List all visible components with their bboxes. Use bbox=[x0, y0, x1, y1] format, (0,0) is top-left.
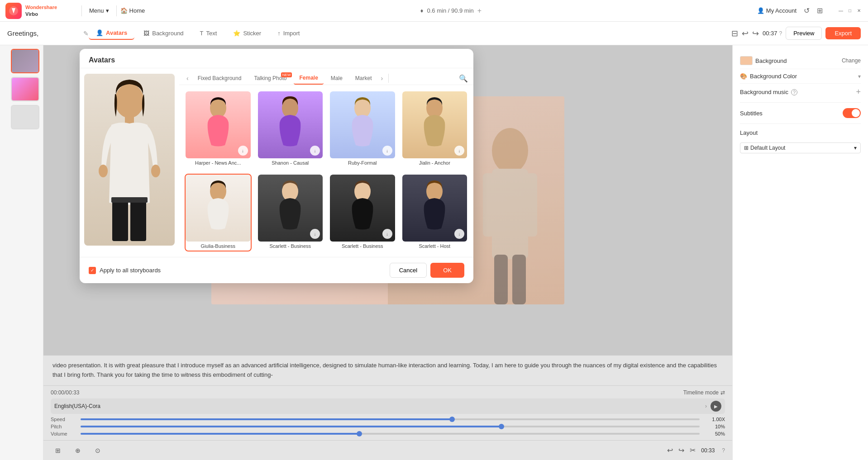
time-display: 00:37 bbox=[763, 30, 777, 37]
download-icon-shanon[interactable]: ↓ bbox=[310, 146, 320, 156]
storyboard-item-3[interactable] bbox=[11, 105, 39, 129]
grid-section: ‹ Fixed Background Talking Photo NEW Fem… bbox=[179, 68, 473, 257]
layout-select[interactable]: ⊞ Default Layout ▾ bbox=[740, 142, 861, 153]
avatar-thumb-jialin: ↓ bbox=[402, 91, 467, 158]
layout-row: Layout bbox=[740, 126, 861, 140]
main-layout: 1 2 3 bbox=[0, 45, 868, 460]
cancel-button[interactable]: Cancel bbox=[390, 263, 427, 278]
svg-point-10 bbox=[151, 165, 160, 177]
tab-import[interactable]: ↑ Import bbox=[270, 27, 307, 39]
tab-sticker[interactable]: ⭐ Sticker bbox=[226, 27, 268, 39]
undo-button[interactable]: ↩ bbox=[742, 28, 749, 38]
tab-male[interactable]: Male bbox=[325, 72, 348, 84]
timer-display: 0.6 min / 90.9 min bbox=[427, 7, 473, 14]
download-icon-harper[interactable]: ↓ bbox=[238, 146, 248, 156]
nav-tabs: 👤 Avatars 🖼 Background T Text ⭐ Sticker … bbox=[89, 27, 307, 40]
avatar-card-ruby[interactable]: ↓ Ruby-Formal bbox=[329, 90, 396, 168]
export-button[interactable]: Export bbox=[825, 27, 861, 39]
apply-all-checkbox[interactable]: ✓ Apply to all storyboards bbox=[89, 267, 161, 274]
home-button[interactable]: 🏠 Home bbox=[120, 7, 145, 14]
layout-expand-icon: ▾ bbox=[854, 145, 857, 151]
minimize-button[interactable]: — bbox=[837, 7, 844, 14]
download-icon-scarlett1[interactable]: ↓ bbox=[310, 229, 320, 239]
logo-area: Wondershare Virbo bbox=[5, 3, 78, 19]
avatar-name-harper: Harper - News Anc... bbox=[195, 158, 241, 167]
tab-next-button[interactable]: › bbox=[379, 73, 385, 84]
help-icon: ? bbox=[779, 30, 782, 37]
avatar-card-scarlett1[interactable]: ↓ Scarlett - Business bbox=[257, 174, 324, 251]
avatar-card-harper[interactable]: ↓ Harper - News Anc... bbox=[185, 90, 252, 168]
left-sidebar: 1 2 3 bbox=[0, 45, 43, 460]
modal-title: Avatars bbox=[89, 56, 115, 64]
tab-fixed-background[interactable]: Fixed Background bbox=[192, 72, 247, 84]
download-icon-scarlett3[interactable]: ↓ bbox=[454, 229, 464, 239]
close-button[interactable]: ✕ bbox=[855, 7, 863, 14]
layout-label: Layout bbox=[740, 129, 758, 136]
tab-market[interactable]: Market bbox=[350, 72, 377, 84]
subtitles-label: Subtitles bbox=[740, 110, 763, 117]
download-icon-scarlett2[interactable]: ↓ bbox=[382, 229, 392, 239]
menu-button[interactable]: Menu ▾ bbox=[86, 5, 113, 16]
checkbox-icon: ✓ bbox=[89, 267, 96, 274]
download-icon-ruby[interactable]: ↓ bbox=[382, 146, 392, 156]
tab-prev-button[interactable]: ‹ bbox=[185, 73, 191, 84]
divider-music bbox=[740, 102, 861, 103]
divider-subtitles bbox=[740, 123, 861, 124]
svg-point-7 bbox=[115, 84, 144, 118]
tab-background[interactable]: 🖼 Background bbox=[136, 27, 191, 39]
selected-avatar-preview bbox=[84, 74, 175, 246]
layers-button[interactable]: ⊟ bbox=[731, 28, 738, 38]
avatar-name-giulia: Giulia-Business bbox=[201, 242, 235, 251]
preview-button[interactable]: Preview bbox=[786, 27, 822, 40]
storyboard-item-1[interactable] bbox=[11, 49, 39, 73]
bg-music-help-icon: ? bbox=[791, 89, 797, 95]
svg-rect-12 bbox=[130, 200, 146, 241]
tab-text[interactable]: T Text bbox=[193, 27, 224, 39]
maximize-button[interactable]: □ bbox=[846, 7, 854, 14]
layout-select-label: Default Layout bbox=[750, 145, 852, 151]
download-icon-jialin[interactable]: ↓ bbox=[454, 146, 464, 156]
avatar-name-scarlett1: Scarlett - Business bbox=[269, 242, 311, 251]
modal-body: ‹ Fixed Background Talking Photo NEW Fem… bbox=[80, 68, 473, 257]
right-tools: ⊟ ↩ ↪ 00:37 ? Preview Export bbox=[731, 27, 861, 40]
avatar-name-scarlett2: Scarlett - Business bbox=[342, 242, 383, 251]
storyboard-2-wrapper: 2 bbox=[11, 77, 39, 101]
avatar-card-jialin[interactable]: ↓ Jialin - Anchor bbox=[401, 90, 468, 168]
avatar-thumb-scarlett2: ↓ bbox=[330, 175, 395, 242]
redo-button[interactable]: ↪ bbox=[752, 28, 759, 38]
bg-music-label: Background music bbox=[740, 89, 788, 95]
storyboard-1-wrapper: 1 bbox=[11, 49, 39, 73]
avatar-card-scarlett3[interactable]: ↓ Scarlett - Host bbox=[401, 174, 468, 251]
greeting-text: Greetings, bbox=[7, 29, 38, 37]
my-account-button[interactable]: 👤 My Account bbox=[757, 7, 796, 14]
modal-footer: ✓ Apply to all storyboards Cancel OK bbox=[80, 257, 473, 283]
change-background-button[interactable]: Change bbox=[842, 57, 861, 64]
avatar-card-giulia[interactable]: Giulia-Business bbox=[185, 174, 252, 251]
avatar-card-shanon[interactable]: ↓ Shanon - Causal bbox=[257, 90, 324, 168]
history-button[interactable]: ↺ bbox=[804, 6, 810, 15]
modal-header: Avatars bbox=[80, 49, 473, 68]
grid-view-button[interactable]: ⊞ bbox=[817, 6, 823, 15]
tab-female[interactable]: Female bbox=[294, 72, 323, 85]
add-music-button[interactable]: + bbox=[856, 87, 861, 97]
avatar-name-jialin: Jialin - Anchor bbox=[419, 158, 450, 167]
tab-avatars[interactable]: 👤 Avatars bbox=[89, 27, 134, 40]
avatar-name-scarlett3: Scarlett - Host bbox=[419, 242, 450, 251]
tab-talking-photo[interactable]: Talking Photo NEW bbox=[248, 72, 292, 84]
palette-icon: 🎨 bbox=[740, 73, 747, 80]
ok-button[interactable]: OK bbox=[430, 263, 464, 278]
search-avatars-button[interactable]: 🔍 bbox=[459, 74, 468, 83]
bg-color-expand-button[interactable]: ▾ bbox=[858, 73, 861, 80]
avatar-card-scarlett2[interactable]: ↓ Scarlett - Business bbox=[329, 174, 396, 251]
avatar-tabs: ‹ Fixed Background Talking Photo NEW Fem… bbox=[179, 68, 473, 85]
avatar-name-shanon: Shanon - Causal bbox=[272, 158, 309, 167]
subtitles-toggle[interactable] bbox=[843, 108, 861, 118]
divider2 bbox=[116, 5, 117, 16]
add-time-button[interactable]: + bbox=[477, 7, 482, 15]
preview-pane bbox=[80, 68, 179, 257]
edit-greeting-icon[interactable]: ✎ bbox=[83, 30, 89, 37]
modal-actions: Cancel OK bbox=[390, 263, 464, 278]
avatar-thumb-scarlett3: ↓ bbox=[402, 175, 467, 242]
storyboard-item-2[interactable] bbox=[11, 77, 39, 101]
background-row: Background Change bbox=[740, 52, 861, 69]
